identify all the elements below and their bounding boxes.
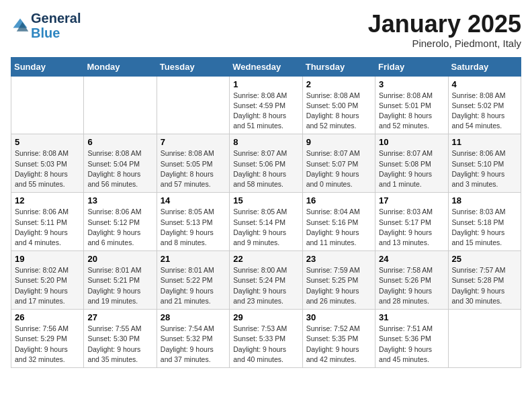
- calendar-cell: [448, 310, 521, 368]
- logo-icon: [11, 16, 30, 35]
- week-row-3: 12Sunrise: 8:06 AM Sunset: 5:11 PM Dayli…: [11, 193, 521, 251]
- day-info: Sunrise: 8:01 AM Sunset: 5:22 PM Dayligh…: [161, 265, 226, 306]
- calendar-cell: 24Sunrise: 7:58 AM Sunset: 5:26 PM Dayli…: [375, 251, 448, 310]
- calendar-cell: 19Sunrise: 8:02 AM Sunset: 5:20 PM Dayli…: [11, 251, 84, 310]
- day-info: Sunrise: 8:00 AM Sunset: 5:24 PM Dayligh…: [233, 265, 298, 306]
- calendar-cell: 4Sunrise: 8:08 AM Sunset: 5:02 PM Daylig…: [448, 76, 521, 134]
- day-number: 8: [233, 137, 298, 147]
- day-number: 12: [15, 195, 80, 205]
- weekday-header-wednesday: Wednesday: [230, 57, 302, 76]
- month-title: January 2025: [368, 11, 521, 38]
- day-number: 3: [379, 79, 444, 89]
- calendar-cell: 27Sunrise: 7:55 AM Sunset: 5:30 PM Dayli…: [84, 310, 157, 368]
- calendar-cell: 30Sunrise: 7:52 AM Sunset: 5:35 PM Dayli…: [302, 310, 375, 368]
- day-number: 2: [306, 79, 371, 89]
- calendar-table: SundayMondayTuesdayWednesdayThursdayFrid…: [11, 57, 521, 368]
- day-number: 25: [452, 254, 517, 264]
- calendar-cell: 25Sunrise: 7:57 AM Sunset: 5:28 PM Dayli…: [448, 251, 521, 310]
- day-number: 13: [87, 195, 152, 205]
- week-row-2: 5Sunrise: 8:08 AM Sunset: 5:03 PM Daylig…: [11, 134, 521, 193]
- calendar-cell: 12Sunrise: 8:06 AM Sunset: 5:11 PM Dayli…: [11, 193, 84, 251]
- weekday-header-saturday: Saturday: [448, 57, 521, 76]
- day-number: 9: [306, 137, 371, 147]
- day-number: 1: [233, 79, 298, 89]
- day-info: Sunrise: 8:07 AM Sunset: 5:07 PM Dayligh…: [306, 148, 371, 189]
- weekday-header-thursday: Thursday: [302, 57, 375, 76]
- day-number: 17: [379, 195, 444, 205]
- day-info: Sunrise: 8:08 AM Sunset: 5:05 PM Dayligh…: [161, 148, 226, 189]
- week-row-4: 19Sunrise: 8:02 AM Sunset: 5:20 PM Dayli…: [11, 251, 521, 310]
- day-number: 24: [379, 254, 444, 264]
- day-number: 11: [452, 137, 517, 147]
- day-number: 19: [15, 254, 80, 264]
- day-number: 6: [87, 137, 152, 147]
- calendar-cell: 20Sunrise: 8:01 AM Sunset: 5:21 PM Dayli…: [84, 251, 157, 310]
- day-number: 7: [161, 137, 226, 147]
- day-info: Sunrise: 7:52 AM Sunset: 5:35 PM Dayligh…: [306, 324, 371, 365]
- day-number: 27: [87, 312, 152, 322]
- calendar-cell: 7Sunrise: 8:08 AM Sunset: 5:05 PM Daylig…: [157, 134, 229, 193]
- day-info: Sunrise: 8:06 AM Sunset: 5:10 PM Dayligh…: [452, 148, 517, 189]
- calendar-cell: 2Sunrise: 8:08 AM Sunset: 5:00 PM Daylig…: [302, 76, 375, 134]
- day-info: Sunrise: 8:08 AM Sunset: 5:02 PM Dayligh…: [452, 91, 517, 132]
- page-header: General Blue January 2025 Pinerolo, Pied…: [11, 11, 521, 49]
- day-number: 29: [233, 312, 298, 322]
- logo-text: General Blue: [31, 11, 81, 40]
- day-info: Sunrise: 8:08 AM Sunset: 5:01 PM Dayligh…: [379, 91, 444, 132]
- day-number: 4: [452, 79, 517, 89]
- day-number: 26: [15, 312, 80, 322]
- day-info: Sunrise: 8:07 AM Sunset: 5:06 PM Dayligh…: [233, 148, 298, 189]
- day-number: 16: [306, 195, 371, 205]
- day-info: Sunrise: 8:08 AM Sunset: 5:00 PM Dayligh…: [306, 91, 371, 132]
- day-info: Sunrise: 8:05 AM Sunset: 5:13 PM Dayligh…: [161, 207, 226, 248]
- calendar-cell: 1Sunrise: 8:08 AM Sunset: 4:59 PM Daylig…: [230, 76, 302, 134]
- day-info: Sunrise: 8:03 AM Sunset: 5:17 PM Dayligh…: [379, 207, 444, 248]
- calendar-cell: 9Sunrise: 8:07 AM Sunset: 5:07 PM Daylig…: [302, 134, 375, 193]
- week-row-5: 26Sunrise: 7:56 AM Sunset: 5:29 PM Dayli…: [11, 310, 521, 368]
- weekday-header-monday: Monday: [84, 57, 157, 76]
- logo: General Blue: [11, 11, 81, 40]
- day-number: 15: [233, 195, 298, 205]
- calendar-cell: 3Sunrise: 8:08 AM Sunset: 5:01 PM Daylig…: [375, 76, 448, 134]
- day-info: Sunrise: 8:06 AM Sunset: 5:12 PM Dayligh…: [87, 207, 152, 248]
- calendar-cell: 14Sunrise: 8:05 AM Sunset: 5:13 PM Dayli…: [157, 193, 229, 251]
- day-info: Sunrise: 8:08 AM Sunset: 4:59 PM Dayligh…: [233, 91, 298, 132]
- weekday-header-friday: Friday: [375, 57, 448, 76]
- calendar-cell: 13Sunrise: 8:06 AM Sunset: 5:12 PM Dayli…: [84, 193, 157, 251]
- location: Pinerolo, Piedmont, Italy: [368, 38, 521, 49]
- day-info: Sunrise: 8:06 AM Sunset: 5:11 PM Dayligh…: [15, 207, 80, 248]
- weekday-header-tuesday: Tuesday: [157, 57, 229, 76]
- day-info: Sunrise: 8:07 AM Sunset: 5:08 PM Dayligh…: [379, 148, 444, 189]
- weekday-header-sunday: Sunday: [11, 57, 84, 76]
- day-number: 31: [379, 312, 444, 322]
- week-row-1: 1Sunrise: 8:08 AM Sunset: 4:59 PM Daylig…: [11, 76, 521, 134]
- day-number: 30: [306, 312, 371, 322]
- title-block: January 2025 Pinerolo, Piedmont, Italy: [368, 11, 521, 49]
- day-info: Sunrise: 8:08 AM Sunset: 5:03 PM Dayligh…: [15, 148, 80, 189]
- calendar-cell: 10Sunrise: 8:07 AM Sunset: 5:08 PM Dayli…: [375, 134, 448, 193]
- day-number: 20: [87, 254, 152, 264]
- calendar-cell: 5Sunrise: 8:08 AM Sunset: 5:03 PM Daylig…: [11, 134, 84, 193]
- calendar-cell: 29Sunrise: 7:53 AM Sunset: 5:33 PM Dayli…: [230, 310, 302, 368]
- calendar-cell: 22Sunrise: 8:00 AM Sunset: 5:24 PM Dayli…: [230, 251, 302, 310]
- day-info: Sunrise: 7:51 AM Sunset: 5:36 PM Dayligh…: [379, 324, 444, 365]
- calendar-cell: 28Sunrise: 7:54 AM Sunset: 5:32 PM Dayli…: [157, 310, 229, 368]
- calendar-cell: [157, 76, 229, 134]
- calendar-cell: 26Sunrise: 7:56 AM Sunset: 5:29 PM Dayli…: [11, 310, 84, 368]
- day-info: Sunrise: 7:54 AM Sunset: 5:32 PM Dayligh…: [161, 324, 226, 365]
- day-info: Sunrise: 8:03 AM Sunset: 5:18 PM Dayligh…: [452, 207, 517, 248]
- calendar-cell: 15Sunrise: 8:05 AM Sunset: 5:14 PM Dayli…: [230, 193, 302, 251]
- day-info: Sunrise: 7:55 AM Sunset: 5:30 PM Dayligh…: [87, 324, 152, 365]
- day-info: Sunrise: 8:05 AM Sunset: 5:14 PM Dayligh…: [233, 207, 298, 248]
- calendar-cell: 31Sunrise: 7:51 AM Sunset: 5:36 PM Dayli…: [375, 310, 448, 368]
- day-info: Sunrise: 7:59 AM Sunset: 5:25 PM Dayligh…: [306, 265, 371, 306]
- day-info: Sunrise: 7:53 AM Sunset: 5:33 PM Dayligh…: [233, 324, 298, 365]
- day-number: 10: [379, 137, 444, 147]
- calendar-cell: 18Sunrise: 8:03 AM Sunset: 5:18 PM Dayli…: [448, 193, 521, 251]
- day-number: 22: [233, 254, 298, 264]
- day-info: Sunrise: 8:04 AM Sunset: 5:16 PM Dayligh…: [306, 207, 371, 248]
- day-number: 23: [306, 254, 371, 264]
- calendar-cell: [84, 76, 157, 134]
- calendar-cell: 6Sunrise: 8:08 AM Sunset: 5:04 PM Daylig…: [84, 134, 157, 193]
- day-number: 28: [161, 312, 226, 322]
